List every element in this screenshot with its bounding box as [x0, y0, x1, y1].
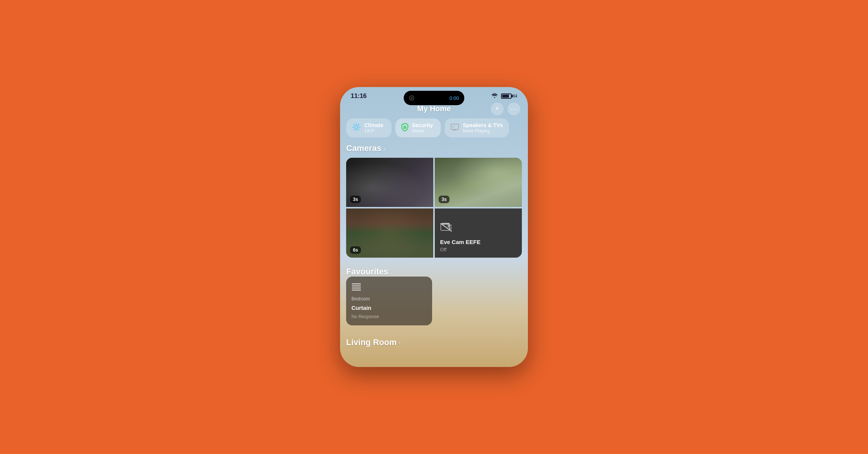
cameras-section-header[interactable]: Cameras ›	[346, 143, 522, 153]
page-title: My Home	[417, 104, 451, 113]
svg-rect-17	[352, 288, 361, 289]
tab-security[interactable]: Security Home	[395, 118, 441, 137]
status-time: 11:16	[351, 92, 367, 100]
security-tab-label: Security	[412, 122, 433, 128]
add-button[interactable]: +	[491, 103, 504, 115]
favourites-section: Favourites Bedroom Curtain No Response	[346, 267, 522, 325]
app-header: My Home + ⋯	[340, 103, 528, 117]
camera-3-badge: 6s	[350, 246, 361, 254]
main-content: Cameras › 3s 3s 6s	[340, 143, 528, 325]
camera-cell-4[interactable]: Eve Cam EEFE Off	[435, 208, 522, 258]
battery-percent: 84	[512, 93, 517, 99]
climate-tab-label: Climate	[364, 122, 384, 128]
cameras-chevron-icon: ›	[384, 146, 386, 152]
status-right: 84	[491, 93, 517, 99]
security-tab-sublabel: Home	[412, 128, 433, 134]
climate-tab-sublabel: 19.0°	[364, 128, 384, 134]
island-timer: 0:00	[450, 95, 459, 101]
speakers-tab-label: Speakers & TVs	[463, 122, 503, 128]
tab-speakers[interactable]: 8 Speakers & TVs None Playing	[445, 118, 509, 137]
camera-cell-3[interactable]: 6s	[346, 208, 433, 258]
favourite-curtain-label: Curtain	[351, 305, 427, 311]
svg-point-0	[355, 126, 358, 129]
favourites-title: Favourites	[346, 267, 388, 276]
svg-rect-16	[352, 286, 361, 287]
svg-rect-18	[352, 290, 361, 291]
svg-line-5	[354, 124, 354, 125]
tv-icon: 8	[451, 124, 459, 132]
favourite-curtain-sublabel: Bedroom	[351, 296, 427, 302]
battery-icon	[501, 93, 512, 99]
wifi-icon	[491, 93, 498, 99]
camera-cell-1[interactable]: 3s	[346, 158, 433, 207]
svg-rect-15	[352, 283, 361, 285]
cameras-title: Cameras	[346, 143, 381, 153]
camera-off-icon	[440, 222, 452, 235]
category-tabs: Climate 19.0° Security Home	[340, 117, 528, 143]
svg-rect-11	[451, 124, 459, 129]
living-room-section[interactable]: Living Room ›	[340, 333, 528, 350]
menu-button[interactable]: ⋯	[507, 103, 520, 115]
camera-4-status: Off	[440, 247, 446, 252]
camera-cell-2[interactable]: 3s	[435, 158, 522, 207]
camera-grid: 3s 3s 6s	[346, 158, 522, 258]
favourite-curtain-status: No Response	[351, 314, 427, 319]
svg-line-7	[358, 124, 359, 125]
camera-4-name: Eve Cam EEFE	[440, 239, 481, 245]
camera-1-badge: 3s	[350, 196, 361, 203]
phone-screen: 11:16 0:00 84 My Home	[340, 87, 528, 367]
svg-line-6	[358, 129, 359, 129]
favourites-grid: Bedroom Curtain No Response	[346, 277, 522, 325]
living-room-chevron-icon: ›	[399, 339, 401, 345]
climate-icon	[352, 123, 361, 133]
svg-line-8	[354, 129, 354, 129]
living-room-title: Living Room ›	[346, 337, 522, 347]
battery-indicator: 84	[501, 93, 517, 99]
tab-climate[interactable]: Climate 19.0°	[346, 118, 392, 137]
header-actions: + ⋯	[491, 103, 520, 115]
favourite-bedroom-curtain[interactable]: Bedroom Curtain No Response	[346, 277, 432, 325]
security-icon	[401, 123, 408, 133]
svg-text:8: 8	[453, 126, 454, 128]
island-camera	[409, 95, 414, 101]
speakers-tab-sublabel: None Playing	[463, 128, 503, 134]
status-bar: 11:16 0:00 84	[340, 87, 528, 103]
camera-2-badge: 3s	[439, 196, 450, 203]
curtain-icon	[351, 283, 427, 293]
